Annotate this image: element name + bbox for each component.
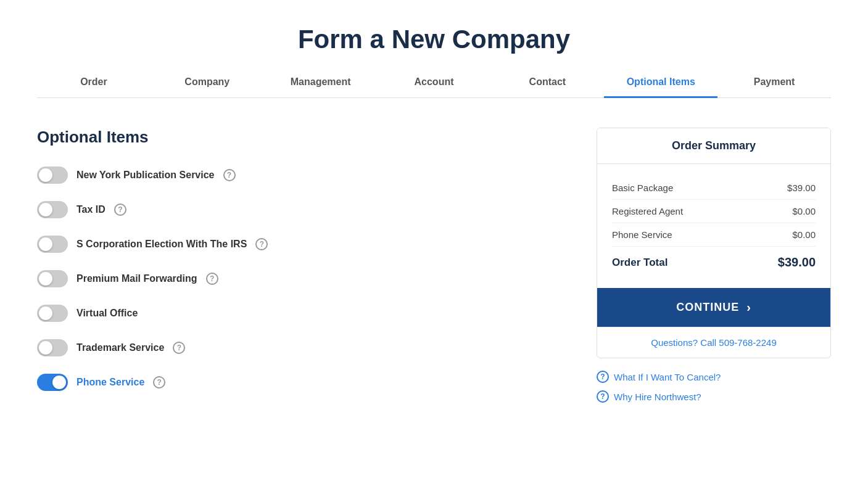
summary-total-amount: $39.00 (778, 255, 816, 269)
continue-arrow-icon: › (746, 300, 751, 314)
step-company[interactable]: Company (151, 76, 264, 98)
help-links: ? What If I Want To Cancel? ? Why Hire N… (597, 371, 831, 403)
toggle-phone-service[interactable] (37, 374, 68, 391)
step-account[interactable]: Account (378, 76, 491, 98)
step-payment[interactable]: Payment (717, 76, 831, 98)
summary-label-registered-agent: Registered Agent (612, 206, 683, 216)
continue-label: CONTINUE (676, 301, 739, 314)
step-optional-items[interactable]: Optional Items (604, 76, 717, 98)
phone-link[interactable]: Questions? Call 509-768-2249 (597, 327, 830, 358)
right-panel: Order Summary Basic Package $39.00 Regis… (597, 128, 831, 410)
why-northwest-link-label: Why Hire Northwest? (614, 392, 701, 402)
toggle-row-tax-id: Tax ID ? (37, 201, 560, 218)
summary-amount-basic-package: $39.00 (787, 183, 816, 193)
toggle-mail-forwarding[interactable] (37, 270, 68, 287)
summary-total-label: Order Total (612, 257, 668, 269)
toggle-row-s-corp: S Corporation Election With The IRS ? (37, 236, 560, 253)
order-summary-card: Order Summary Basic Package $39.00 Regis… (597, 128, 831, 358)
summary-label-basic-package: Basic Package (612, 183, 673, 193)
summary-line-basic-package: Basic Package $39.00 (612, 176, 816, 200)
help-icon-ny-publication[interactable]: ? (223, 169, 236, 181)
help-icon-mail-forwarding[interactable]: ? (206, 273, 218, 285)
help-icon-s-corp[interactable]: ? (255, 238, 268, 250)
summary-amount-registered-agent: $0.00 (792, 206, 816, 216)
summary-total-row: Order Total $39.00 (612, 249, 816, 276)
toggle-ny-publication[interactable] (37, 166, 68, 184)
cancel-link[interactable]: ? What If I Want To Cancel? (597, 371, 831, 383)
toggle-s-corp[interactable] (37, 236, 68, 253)
toggle-row-ny-publication: New York Publication Service ? (37, 166, 560, 184)
help-icon-trademark[interactable]: ? (173, 342, 185, 354)
help-icon-tax-id[interactable]: ? (114, 204, 126, 216)
main-content: Optional Items New York Publication Serv… (37, 128, 831, 410)
summary-label-phone-service: Phone Service (612, 229, 672, 240)
toggle-row-virtual-office: Virtual Office (37, 305, 560, 322)
toggle-row-mail-forwarding: Premium Mail Forwarding ? (37, 270, 560, 287)
label-ny-publication: New York Publication Service (76, 170, 215, 181)
left-panel: Optional Items New York Publication Serv… (37, 128, 560, 408)
summary-amount-phone-service: $0.00 (792, 229, 816, 240)
order-summary-title: Order Summary (597, 128, 830, 164)
why-northwest-help-icon: ? (597, 390, 609, 403)
toggle-row-trademark: Trademark Service ? (37, 339, 560, 356)
step-contact[interactable]: Contact (490, 76, 604, 98)
steps-navigation: Order Company Management Account Contact… (37, 76, 831, 98)
label-trademark: Trademark Service (76, 342, 164, 353)
toggle-row-phone-service: Phone Service ? (37, 374, 560, 391)
toggle-trademark[interactable] (37, 339, 68, 356)
step-order[interactable]: Order (37, 76, 151, 98)
why-northwest-link[interactable]: ? Why Hire Northwest? (597, 390, 831, 403)
toggle-tax-id[interactable] (37, 201, 68, 218)
label-s-corp: S Corporation Election With The IRS (76, 239, 247, 250)
step-management[interactable]: Management (264, 76, 378, 98)
label-tax-id: Tax ID (76, 204, 105, 215)
help-icon-phone-service[interactable]: ? (153, 376, 165, 388)
cancel-help-icon: ? (597, 371, 609, 383)
summary-line-phone-service: Phone Service $0.00 (612, 223, 816, 247)
page-title: Form a New Company (37, 25, 831, 54)
label-virtual-office: Virtual Office (76, 308, 138, 319)
continue-button[interactable]: CONTINUE › (597, 288, 830, 327)
summary-line-registered-agent: Registered Agent $0.00 (612, 200, 816, 223)
label-phone-service: Phone Service (76, 377, 144, 388)
label-mail-forwarding: Premium Mail Forwarding (76, 273, 197, 284)
cancel-link-label: What If I Want To Cancel? (614, 372, 721, 382)
optional-items-title: Optional Items (37, 128, 560, 147)
toggle-virtual-office[interactable] (37, 305, 68, 322)
order-summary-body: Basic Package $39.00 Registered Agent $0… (597, 164, 830, 288)
